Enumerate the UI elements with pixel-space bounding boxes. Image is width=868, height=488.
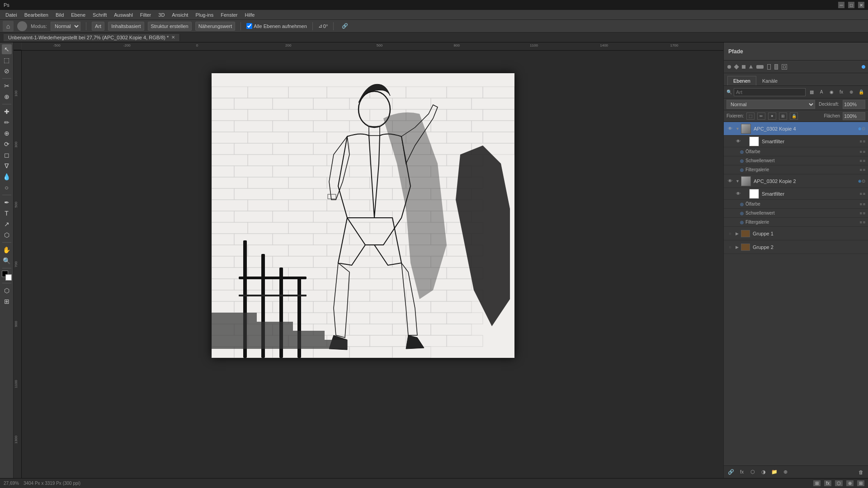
zoom-tool[interactable]: 🔍 <box>2 256 12 266</box>
eraser-tool[interactable]: ◻ <box>2 150 12 160</box>
layer-vis-kopie4[interactable]: 👁 <box>726 125 734 132</box>
lasso-tool[interactable]: ⊘ <box>2 66 12 76</box>
menu-ansicht[interactable]: Ansicht <box>168 11 192 19</box>
minimize-button[interactable]: ─ <box>838 2 844 8</box>
maximize-button[interactable]: □ <box>848 2 854 8</box>
naherungswert-button[interactable]: Näherungswert <box>195 22 236 31</box>
heal-tool[interactable]: ✚ <box>2 107 12 117</box>
delete-layer-btn[interactable]: 🗑 <box>856 468 865 477</box>
layer-smartfilter-2[interactable]: 👁 Smartfilter ≡ ≡ <box>724 188 868 200</box>
menu-plugins[interactable]: Plug-ins <box>192 11 217 19</box>
home-button[interactable]: ⌂ <box>3 21 14 32</box>
doc-tab-close[interactable]: ✕ <box>171 35 175 40</box>
status-mask-btn[interactable]: ⬡ <box>835 480 843 486</box>
fix-transparent-btn[interactable]: ⬚ <box>746 113 755 120</box>
menu-bild[interactable]: Bild <box>52 11 67 19</box>
gradient-tool[interactable]: ∇ <box>2 161 12 171</box>
fix-pos-btn[interactable]: ✦ <box>768 113 776 120</box>
fix-artboard-btn[interactable]: ⊞ <box>779 113 787 120</box>
layer-apc-kopie2[interactable]: 👁 ▼ APC_0302 Kopie 2 ⊕ ⊙ <box>724 174 868 188</box>
menu-filter[interactable]: Filter <box>137 11 155 19</box>
layers-search-input[interactable] <box>734 88 806 96</box>
blend-mode-select[interactable]: Normal <box>726 100 815 109</box>
brush-tool[interactable]: ✏ <box>2 117 12 127</box>
history-brush[interactable]: ⟳ <box>2 139 12 149</box>
layer-options-kopie4[interactable]: ⊙ <box>862 126 865 131</box>
move-tool[interactable]: ↖ <box>2 44 12 54</box>
new-layer-btn[interactable]: ⊕ <box>781 468 790 477</box>
filter-olfarbe-2[interactable]: ◎ Ölfarbe ≡≡ <box>724 200 868 209</box>
menu-schrift[interactable]: Schrift <box>89 11 110 19</box>
menu-bearbeiten[interactable]: Bearbeiten <box>21 11 52 19</box>
quick-mask[interactable]: ⬡ <box>2 286 12 296</box>
filter-olfarbe-1[interactable]: ◎ Ölfarbe ≡≡ <box>724 147 868 156</box>
pen-tool[interactable]: ✒ <box>2 197 12 207</box>
opacity-input[interactable] <box>843 100 865 109</box>
filter-effect-btn[interactable]: fx <box>837 88 845 96</box>
filter-schwellenwert-1[interactable]: ◎ Schwellenwert ≡≡ <box>724 156 868 165</box>
shape-tool[interactable]: ⬡ <box>2 230 12 240</box>
menu-auswahl[interactable]: Auswahl <box>110 11 137 19</box>
new-group-btn[interactable]: 📁 <box>770 468 779 477</box>
blur-tool[interactable]: 💧 <box>2 172 12 182</box>
menu-3d[interactable]: 3D <box>155 11 168 19</box>
filter-mode-btn[interactable]: ⊕ <box>847 88 855 96</box>
selection-tool[interactable]: ⬚ <box>2 55 12 65</box>
crop-tool[interactable]: ✂ <box>2 81 12 91</box>
path-select-tool[interactable]: ↗ <box>2 219 12 229</box>
close-button[interactable]: ✕ <box>858 2 864 8</box>
inhaltsbasiert-button[interactable]: Inhaltsbasiert <box>108 22 144 31</box>
filter-attr-btn[interactable]: A <box>817 88 826 96</box>
collapse-arrow-kopie2[interactable]: ▼ <box>736 179 740 183</box>
brush-tool-indicator[interactable] <box>17 21 27 31</box>
layer-vis-smart1[interactable]: 👁 <box>735 138 742 145</box>
fix-all-btn[interactable]: 🔒 <box>790 113 798 120</box>
art-button[interactable]: Art <box>92 22 104 31</box>
fx-btn[interactable]: fx <box>737 468 746 477</box>
struktur-button[interactable]: Struktur erstellen <box>148 22 192 31</box>
filter-type-btn[interactable]: ▦ <box>807 88 816 96</box>
eyedrop-tool[interactable]: ⊕ <box>2 92 12 102</box>
layer-gruppe1[interactable]: ○ ▶ Gruppe 1 <box>724 227 868 240</box>
filter-filtergalerie-2[interactable]: ◎ Filtergalerie ≡≡ <box>724 218 868 227</box>
stamp-tool[interactable]: ⊕ <box>2 128 12 138</box>
filter-schwellenwert-2[interactable]: ◎ Schwellenwert ≡≡ <box>724 209 868 218</box>
adjustment-btn[interactable]: ◑ <box>759 468 768 477</box>
alle-ebenen-checkbox[interactable]: Alle Ebenen aufnehmen <box>246 23 307 29</box>
tab-ebenen[interactable]: Ebenen <box>727 76 756 85</box>
canvas-viewport[interactable] <box>22 51 723 478</box>
layer-vis-kopie2[interactable]: 👁 <box>726 178 734 185</box>
collapse-arrow-gruppe1[interactable]: ▶ <box>736 231 740 236</box>
filter-filtergalerie-1[interactable]: ◎ Filtergalerie ≡≡ <box>724 165 868 174</box>
status-fx-btn[interactable]: fx <box>824 480 831 486</box>
mode-select[interactable]: Normal <box>51 22 80 31</box>
layer-vis-gruppe1[interactable]: ○ <box>726 230 734 237</box>
text-tool[interactable]: T <box>2 208 12 218</box>
flaechen-input[interactable] <box>843 112 865 120</box>
layer-vis-smart2[interactable]: 👁 <box>735 190 742 197</box>
collapse-arrow-kopie4[interactable]: ▼ <box>736 127 740 131</box>
layer-gruppe2[interactable]: ○ ▶ Gruppe 2 <box>724 240 868 254</box>
status-layer-btn[interactable]: ⊕ <box>846 480 854 486</box>
fix-pixels-btn[interactable]: ✏ <box>757 113 765 120</box>
document-tab[interactable]: Unbenannt-1-Wiederhergestellt bei 27,7% … <box>4 34 180 41</box>
filter-color-btn[interactable]: ◉ <box>827 88 835 96</box>
menu-fenster[interactable]: Fenster <box>217 11 241 19</box>
filter-lock-btn[interactable]: 🔒 <box>857 88 865 96</box>
collapse-arrow-gruppe2[interactable]: ▶ <box>736 245 740 249</box>
layer-vis-gruppe2[interactable]: ○ <box>726 244 734 251</box>
layer-apc-kopie4[interactable]: 👁 ▼ APC_0302 Kopie 4 ⊕ ⊙ <box>724 122 868 136</box>
layer-options-kopie2[interactable]: ⊙ <box>862 178 865 183</box>
status-extra-btn[interactable]: ⊞ <box>857 480 864 486</box>
dodge-tool[interactable]: ○ <box>2 183 12 192</box>
link-layers-btn[interactable]: 🔗 <box>726 468 736 477</box>
color-picker[interactable] <box>2 271 12 281</box>
clone-source-button[interactable]: 🔗 <box>339 22 351 31</box>
tab-kanale[interactable]: Kanäle <box>756 76 783 85</box>
menu-hilfe[interactable]: Hilfe <box>241 11 258 19</box>
status-arrange-btn[interactable]: ⊞ <box>813 480 821 486</box>
menu-ebene[interactable]: Ebene <box>67 11 89 19</box>
screen-mode[interactable]: ⊞ <box>2 296 12 306</box>
hand-tool[interactable]: ✋ <box>2 245 12 255</box>
menu-datei[interactable]: Datei <box>2 11 21 19</box>
